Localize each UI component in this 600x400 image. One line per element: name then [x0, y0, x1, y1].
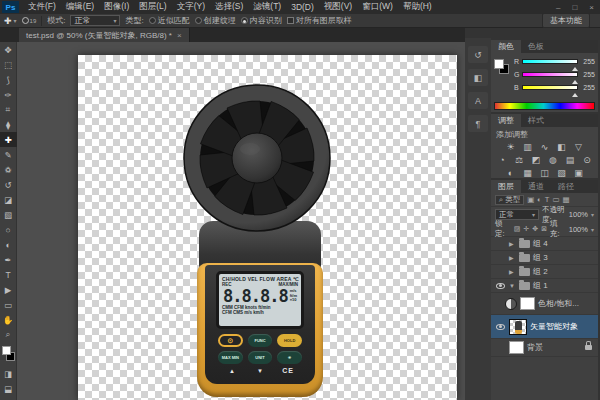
- threshold-icon[interactable]: ◫: [538, 167, 551, 179]
- canvas-pasteboard[interactable]: CH/HOLD VEL FLOW AREA ℃ REC MAX/MIN 8.8.…: [17, 42, 465, 400]
- tab-paths[interactable]: 路径: [551, 180, 581, 193]
- black-white-icon[interactable]: ◩: [530, 154, 543, 166]
- history-brush-tool[interactable]: ↺: [0, 177, 17, 192]
- pen-tool[interactable]: ✒: [0, 252, 17, 267]
- collapse-triangle-icon[interactable]: ▶: [509, 240, 516, 247]
- tab-color[interactable]: 颜色: [491, 40, 521, 53]
- blue-value[interactable]: 255: [581, 84, 595, 91]
- layer-thumbnail[interactable]: [509, 341, 524, 354]
- green-value[interactable]: 255: [581, 71, 595, 78]
- history-panel-button[interactable]: ↺: [468, 46, 488, 63]
- tab-adjustments[interactable]: 调整: [491, 114, 521, 127]
- blue-slider[interactable]: [522, 85, 578, 90]
- zoom-tool[interactable]: ⌕: [0, 327, 17, 342]
- layer-filter-type-select[interactable]: ⌕ 类型: [495, 195, 524, 205]
- green-slider[interactable]: [522, 72, 578, 77]
- move-tool[interactable]: ✥: [0, 42, 17, 57]
- eyedropper-tool[interactable]: ⧫: [0, 117, 17, 132]
- menu-help[interactable]: 帮助(H): [398, 1, 437, 13]
- menu-layer[interactable]: 图层(L): [134, 1, 171, 13]
- tab-channels[interactable]: 通道: [521, 180, 551, 193]
- menu-view[interactable]: 视图(V): [319, 1, 357, 13]
- quick-selection-tool[interactable]: ✑: [0, 87, 17, 102]
- gradient-map-icon[interactable]: ▧: [555, 167, 568, 179]
- color-balance-icon[interactable]: ⚖: [513, 154, 526, 166]
- collapse-triangle-icon[interactable]: ▶: [509, 254, 516, 261]
- radio-content-aware[interactable]: 内容识别: [241, 15, 282, 26]
- type-tool[interactable]: T: [0, 267, 17, 282]
- menu-select[interactable]: 选择(S): [210, 1, 248, 13]
- fill-caret-icon[interactable]: ▾: [591, 226, 594, 233]
- type-filter-icon[interactable]: T: [545, 195, 550, 204]
- foreground-color-swatch[interactable]: [2, 346, 11, 355]
- close-button[interactable]: ×: [583, 3, 600, 12]
- expand-triangle-icon[interactable]: ▼: [509, 283, 516, 289]
- spot-healing-brush-tool[interactable]: ✚: [0, 132, 17, 147]
- blur-tool[interactable]: ○: [0, 222, 17, 237]
- shape-tool[interactable]: ▭: [0, 297, 17, 312]
- hue-saturation-icon[interactable]: ◔: [496, 154, 509, 166]
- character-panel-button[interactable]: A: [468, 92, 488, 109]
- opacity-caret-icon[interactable]: ▾: [591, 211, 594, 218]
- crop-tool[interactable]: ⌗: [0, 102, 17, 117]
- layer-row-vector-smart-object[interactable]: 矢量智能对象: [491, 315, 598, 339]
- visibility-toggle[interactable]: [494, 283, 506, 289]
- sample-all-layers-checkbox[interactable]: 对所有图层取样: [287, 15, 352, 26]
- menu-edit[interactable]: 编辑(E): [61, 1, 99, 13]
- shape-filter-icon[interactable]: ▭: [552, 195, 559, 204]
- tab-styles[interactable]: 样式: [521, 114, 551, 127]
- red-slider[interactable]: [522, 59, 578, 64]
- lock-pixels-icon[interactable]: ✛: [523, 225, 529, 233]
- restore-button[interactable]: □: [566, 3, 583, 12]
- channel-mixer-icon[interactable]: ▤: [564, 154, 577, 166]
- dodge-tool[interactable]: ◐: [0, 237, 17, 252]
- active-tool-icon[interactable]: ✚ ▾: [4, 16, 17, 26]
- radio-proximity-match[interactable]: 近似匹配: [149, 15, 190, 26]
- menu-filter[interactable]: 滤镜(T): [248, 1, 286, 13]
- foreground-color-chip[interactable]: [494, 59, 504, 69]
- lock-position-icon[interactable]: ✥: [532, 225, 538, 233]
- layer-row-group1[interactable]: ▼ 组 1: [491, 279, 598, 293]
- tab-swatches[interactable]: 色板: [521, 40, 551, 53]
- menu-window[interactable]: 窗口(W): [357, 1, 398, 13]
- layer-row-background[interactable]: 背景: [491, 339, 598, 357]
- blend-mode-select[interactable]: 正常 ▾: [70, 15, 120, 26]
- color-lookup-icon[interactable]: ⊙: [581, 154, 594, 166]
- hand-tool[interactable]: ✋: [0, 312, 17, 327]
- brightness-contrast-icon[interactable]: ☀: [504, 141, 517, 153]
- vibrance-icon[interactable]: ▽: [572, 141, 585, 153]
- brush-tool[interactable]: ✎: [0, 147, 17, 162]
- collapse-triangle-icon[interactable]: ▶: [509, 268, 516, 275]
- lock-all-icon[interactable]: ⊠: [541, 225, 547, 233]
- layer-row-group4[interactable]: ▶ 组 4: [491, 237, 598, 251]
- layer-row-group2[interactable]: ▶ 组 2: [491, 265, 598, 279]
- adjustment-filter-icon[interactable]: ◐: [537, 195, 542, 204]
- radio-create-texture[interactable]: 创建纹理: [195, 15, 236, 26]
- quick-mask-button[interactable]: ◨: [0, 366, 17, 381]
- fill-value[interactable]: 100%: [569, 225, 588, 234]
- posterize-icon[interactable]: ▦: [521, 167, 534, 179]
- lock-transparency-icon[interactable]: ▨: [514, 225, 521, 233]
- menu-3d[interactable]: 3D(D): [286, 2, 319, 12]
- properties-panel-button[interactable]: ◧: [468, 69, 488, 86]
- menu-image[interactable]: 图像(I): [99, 1, 134, 13]
- lasso-tool[interactable]: ⟆: [0, 72, 17, 87]
- workspace-switcher-button[interactable]: 基本功能: [542, 13, 590, 28]
- exposure-icon[interactable]: ◧: [555, 141, 568, 153]
- document-tab[interactable]: test.psd @ 50% (矢量智能对象, RGB/8) * ×: [19, 28, 190, 42]
- layer-thumbnail[interactable]: [509, 319, 527, 335]
- document-canvas[interactable]: CH/HOLD VEL FLOW AREA ℃ REC MAX/MIN 8.8.…: [78, 55, 457, 400]
- photo-filter-icon[interactable]: ◍: [547, 154, 560, 166]
- pixel-filter-icon[interactable]: ▣: [527, 195, 534, 204]
- tab-close-icon[interactable]: ×: [177, 31, 182, 40]
- red-value[interactable]: 255: [581, 58, 595, 65]
- tab-layers[interactable]: 图层: [491, 180, 521, 193]
- visibility-toggle[interactable]: [494, 324, 506, 330]
- curves-icon[interactable]: ∿: [538, 141, 551, 153]
- clone-stamp-tool[interactable]: ♽: [0, 162, 17, 177]
- invert-icon[interactable]: ◐: [504, 167, 517, 179]
- path-selection-tool[interactable]: ▶: [0, 282, 17, 297]
- layer-row-group3[interactable]: ▶ 组 3: [491, 251, 598, 265]
- menu-type[interactable]: 文字(Y): [172, 1, 210, 13]
- paragraph-panel-button[interactable]: ¶: [468, 115, 488, 132]
